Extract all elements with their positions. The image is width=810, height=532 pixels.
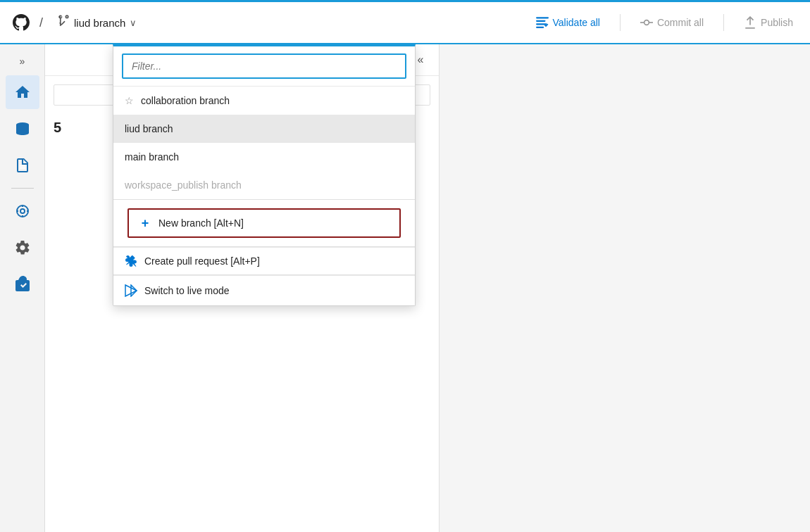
sidebar-item-document[interactable] <box>6 148 39 182</box>
new-branch-button[interactable]: + New branch [Alt+N] <box>127 208 401 238</box>
pull-request-label: Create pull request [Alt+P] <box>144 255 260 267</box>
branch-item-liud[interactable]: liud branch <box>113 115 415 143</box>
sidebar-item-tools[interactable] <box>6 267 39 301</box>
branch-label-liud: liud branch <box>125 123 173 134</box>
plus-icon: + <box>139 217 151 229</box>
svg-point-14 <box>21 210 24 213</box>
pull-request-icon <box>125 255 137 267</box>
svg-rect-2 <box>536 23 547 25</box>
sidebar-item-pipeline[interactable] <box>6 194 39 228</box>
create-pull-request-button[interactable]: Create pull request [Alt+P] <box>113 247 415 274</box>
validate-all-button[interactable]: Validate all <box>530 13 606 32</box>
toolbar-separator-2 <box>723 14 724 31</box>
switch-live-label: Switch to live mode <box>144 285 230 296</box>
sidebar-item-settings[interactable] <box>6 231 39 265</box>
toolbar-separator <box>620 14 621 31</box>
branch-selector[interactable]: liud branch ∨ <box>51 12 142 33</box>
publish-button[interactable]: Publish <box>738 13 799 32</box>
panel-area: ⌄⌄ « 5 ☆ <box>45 44 810 532</box>
top-bar-left: / liud branch ∨ <box>11 12 530 33</box>
svg-point-4 <box>644 20 649 25</box>
dropdown-filter-input[interactable] <box>122 53 406 79</box>
branch-label-main: main branch <box>125 151 179 163</box>
branch-name: liud branch <box>74 17 125 29</box>
content-area: ⌄⌄ « 5 ☆ <box>45 44 810 532</box>
chevron-down-icon: ∨ <box>130 18 137 28</box>
branch-item-main[interactable]: main branch <box>113 143 415 171</box>
publish-label: Publish <box>761 17 793 28</box>
github-icon <box>11 13 31 32</box>
live-mode-icon <box>125 284 137 297</box>
dropdown-filter-area <box>113 46 415 87</box>
top-bar-right: Validate all Commit all Publish <box>530 13 799 32</box>
left-panel: ⌄⌄ « 5 ☆ <box>45 44 440 532</box>
validate-all-label: Validate all <box>553 17 600 28</box>
sidebar: » <box>0 44 45 532</box>
svg-rect-1 <box>536 20 546 22</box>
branch-dropdown: ☆ collaboration branch liud branch main … <box>113 44 416 306</box>
branch-item-workspace-publish: workspace_publish branch <box>113 171 415 199</box>
branch-label-workspace-publish: workspace_publish branch <box>125 179 242 191</box>
branch-item-collaboration[interactable]: ☆ collaboration branch <box>113 87 415 115</box>
sidebar-item-home[interactable] <box>6 75 39 109</box>
expand-sidebar-button[interactable]: » <box>14 50 31 72</box>
right-panel <box>440 44 810 532</box>
svg-rect-0 <box>536 17 549 18</box>
sidebar-item-database[interactable] <box>6 112 39 146</box>
svg-rect-3 <box>536 27 544 28</box>
main-layout: » <box>0 44 810 532</box>
svg-rect-10 <box>20 165 25 167</box>
new-branch-label: New branch [Alt+N] <box>158 217 244 229</box>
new-branch-wrapper: + New branch [Alt+N] <box>113 200 415 246</box>
svg-rect-11 <box>20 167 25 169</box>
branch-icon <box>57 15 70 30</box>
switch-live-mode-button[interactable]: Switch to live mode <box>113 275 415 305</box>
top-bar: / liud branch ∨ Validate all <box>0 2 810 44</box>
breadcrumb-slash: / <box>39 15 43 30</box>
star-icon: ☆ <box>125 95 134 106</box>
branch-label-collaboration: collaboration branch <box>141 95 230 106</box>
sidebar-divider <box>11 188 34 189</box>
commit-all-label: Commit all <box>657 17 704 28</box>
commit-all-button[interactable]: Commit all <box>635 13 709 32</box>
